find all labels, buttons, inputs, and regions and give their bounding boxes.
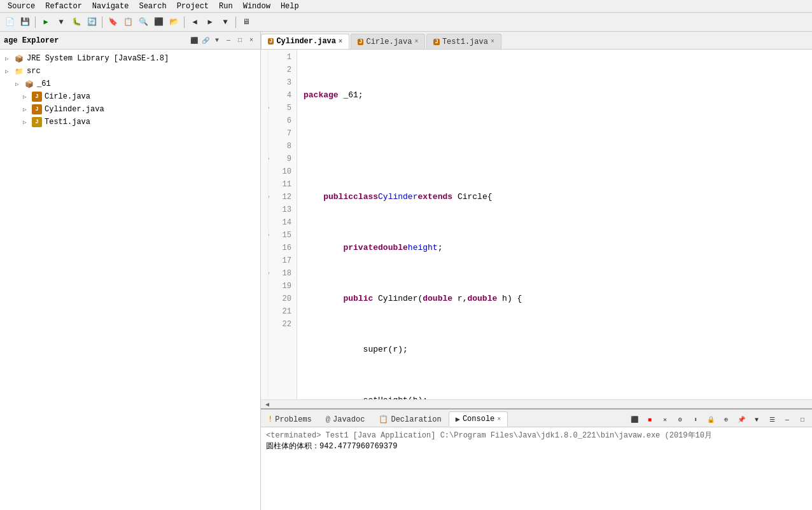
editor-gutter xyxy=(261,50,269,399)
code-line-2 xyxy=(304,140,812,153)
gutter-8 xyxy=(261,139,268,151)
console-scroll-lock-button[interactable]: 🔒 xyxy=(704,413,718,427)
minimize-button[interactable]: — xyxy=(223,36,234,46)
tree-jre[interactable]: ▷ 📦 JRE System Library [JavaSE-1.8] xyxy=(0,52,260,65)
gutter-16 xyxy=(261,240,268,253)
menu-project[interactable]: Project xyxy=(172,0,214,13)
package-explorer-title: age Explorer xyxy=(4,36,59,45)
tree-package-61[interactable]: ▷ 📦 _61 xyxy=(0,78,260,90)
run-dropdown[interactable]: ▼ xyxy=(54,15,68,29)
bottom-panel: ! Problems @ Javadoc 📋 Declaration ▶ Con… xyxy=(261,408,812,510)
run-button[interactable]: ▶ xyxy=(39,15,53,29)
menu-search[interactable]: Search xyxy=(134,0,171,13)
console-clear-button[interactable]: ⬛ xyxy=(627,413,641,427)
tree-test1-java[interactable]: ▷ J Test1.java xyxy=(0,116,260,128)
fold-9[interactable]: ⊖ xyxy=(269,153,269,165)
code-editor[interactable]: 1 2 3 4 ⊖5 6 7 8 ⊖9 10 11 ⊖12 13 14 ⊖15 … xyxy=(261,50,812,399)
console-toolbar: ⬛ ■ ✕ ⚙ ⬇ 🔒 ⊕ 📌 ▼ ☰ — □ xyxy=(627,413,812,427)
code-content[interactable]: package _61; public class Cylinder exten… xyxy=(297,50,812,399)
close-panel-button[interactable]: × xyxy=(246,36,256,46)
jre-icon: 📦 xyxy=(14,53,24,64)
menu-navigate[interactable]: Navigate xyxy=(87,0,134,13)
debug-button[interactable]: 🐛 xyxy=(69,15,83,29)
console-tab-close[interactable]: × xyxy=(497,416,501,423)
cirle-tab-close[interactable]: × xyxy=(414,38,418,45)
gutter-12 xyxy=(261,190,268,202)
ln-15[interactable]: ⊖15 xyxy=(274,229,291,242)
nav-dropdown[interactable]: ▼ xyxy=(218,15,232,29)
ln-21: 21 xyxy=(274,305,291,318)
link-editor-button[interactable]: 🔗 xyxy=(200,36,211,46)
view-menu-button[interactable]: ▼ xyxy=(212,36,222,46)
open-type-button[interactable]: 📂 xyxy=(167,15,181,29)
gutter-19 xyxy=(261,279,268,291)
left-panel: age Explorer ⬛ 🔗 ▼ — □ × ▷ 📦 JRE System … xyxy=(0,32,261,510)
search-button[interactable]: 🔍 xyxy=(136,15,150,29)
ln-5[interactable]: ⊖5 xyxy=(274,102,291,114)
menu-run[interactable]: Run xyxy=(214,0,238,13)
refresh-button[interactable]: 🔄 xyxy=(85,15,99,29)
bookmark-button[interactable]: 🔖 xyxy=(106,15,120,29)
console-new-button[interactable]: ⊕ xyxy=(719,413,733,427)
horizontal-scrollbar[interactable]: ◀ xyxy=(261,399,812,408)
maximize-button[interactable]: □ xyxy=(235,36,245,46)
console-button[interactable]: ⬛ xyxy=(151,15,165,29)
menu-help[interactable]: Help xyxy=(276,0,304,13)
gutter-6 xyxy=(261,113,268,126)
toolbar: 📄 💾 ▶ ▼ 🐛 🔄 🔖 📋 🔍 ⬛ 📂 ◀ ▶ ▼ 🖥 xyxy=(0,13,812,32)
jre-label: JRE System Library [JavaSE-1.8] xyxy=(27,54,169,63)
ln-9[interactable]: ⊖9 xyxy=(274,153,291,165)
console-dropdown[interactable]: ▼ xyxy=(750,413,764,427)
collapse-all-button[interactable]: ⬛ xyxy=(189,36,199,46)
tab-test1[interactable]: J Test1.java × xyxy=(426,34,501,49)
console-min-button[interactable]: — xyxy=(780,413,794,427)
tab-console[interactable]: ▶ Console × xyxy=(449,411,508,427)
gutter-3 xyxy=(261,75,268,88)
console-stop-button[interactable]: ■ xyxy=(643,413,657,427)
menu-source[interactable]: Source xyxy=(3,0,40,13)
ln-11: 11 xyxy=(274,178,291,191)
scroll-left-arrow[interactable]: ◀ xyxy=(263,401,271,408)
console-terminate-button[interactable]: ✕ xyxy=(658,413,672,427)
tab-cirle[interactable]: J Cirle.java × xyxy=(351,34,425,49)
tasks-button[interactable]: 📋 xyxy=(121,15,135,29)
gutter-15 xyxy=(261,228,268,240)
package-label: _61 xyxy=(37,79,51,88)
console-settings-button[interactable]: ⚙ xyxy=(673,413,687,427)
new-button[interactable]: 📄 xyxy=(3,15,17,29)
gutter-7 xyxy=(261,126,268,139)
save-button[interactable]: 💾 xyxy=(18,15,32,29)
console-pin-button[interactable]: 📌 xyxy=(734,413,748,427)
javadoc-tab-label: Javadoc xyxy=(333,415,365,424)
cirle-java-label: Cirle.java xyxy=(45,92,90,101)
console-view-menu[interactable]: ☰ xyxy=(765,413,779,427)
perspective-button[interactable]: 🖥 xyxy=(239,15,253,29)
forward-button[interactable]: ▶ xyxy=(203,15,217,29)
fold-5[interactable]: ⊖ xyxy=(269,102,269,114)
ln-18[interactable]: ⊖18 xyxy=(274,267,291,280)
code-line-1: package _61; xyxy=(304,89,812,102)
fold-15[interactable]: ⊖ xyxy=(269,229,269,242)
back-button[interactable]: ◀ xyxy=(188,15,202,29)
tree-cylinder-java[interactable]: ▷ J Cylinder.java xyxy=(0,103,260,116)
fold-18[interactable]: ⊖ xyxy=(269,267,269,280)
tab-cylinder[interactable]: J Cylinder.java × xyxy=(261,34,349,49)
tree-cirle-java[interactable]: ▷ J Cirle.java xyxy=(0,90,260,103)
menu-refactor[interactable]: Refactor xyxy=(40,0,87,13)
menu-window[interactable]: Window xyxy=(238,0,276,13)
ln-12[interactable]: ⊖12 xyxy=(274,191,291,203)
cylinder-tab-close[interactable]: × xyxy=(339,38,342,45)
tree-src[interactable]: ▷ 📁 src xyxy=(0,65,260,78)
console-max-button[interactable]: □ xyxy=(795,413,809,427)
console-scroll-end-button[interactable]: ⬇ xyxy=(689,413,703,427)
fold-12[interactable]: ⊖ xyxy=(269,191,269,203)
tab-javadoc[interactable]: @ Javadoc xyxy=(319,411,372,427)
cylinder-java-label: Cylinder.java xyxy=(45,105,104,114)
sep1 xyxy=(35,17,36,28)
src-arrow: ▷ xyxy=(5,68,13,75)
test1-tab-close[interactable]: × xyxy=(491,38,494,45)
tab-declaration[interactable]: 📋 Declaration xyxy=(372,411,448,427)
right-panel: J Cylinder.java × J Cirle.java × J Test1… xyxy=(261,32,812,510)
ln-13: 13 xyxy=(274,203,291,216)
tab-problems[interactable]: ! Problems xyxy=(261,411,319,427)
